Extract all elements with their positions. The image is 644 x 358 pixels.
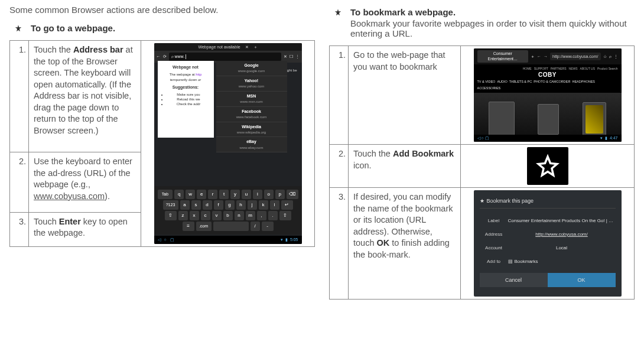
step-text: Touch the Address bar at the top of the … (29, 41, 141, 152)
bookmark-dialog-screenshot: ★Bookmark this page LabelConsumer Entert… (474, 190, 622, 297)
step-text: Use the keyboard to enter the ad-dress (… (29, 152, 141, 213)
shift-icon: ⇧ (279, 211, 291, 220)
step-number: 1. (330, 46, 349, 145)
step-text: Touch Enter key to open the webpage. (29, 212, 141, 246)
section-desc: Bookmark your favorite webpages in order… (350, 18, 635, 38)
add-bookmark-icon-screenshot (527, 147, 568, 185)
coby-logo: COBY (477, 71, 618, 79)
section-go-to-webpage: To go to a webpage. (14, 23, 315, 33)
step-text: Go to the web-page that you want to book… (349, 46, 461, 145)
tab-strip: Webpage not available ✕ ＋ (154, 43, 302, 51)
step-number: 3. (10, 212, 29, 246)
suggestions-dropdown: Googlewww.google.com Yahoo!www.yahoo.com… (216, 61, 287, 152)
coby-website-screenshot: Consumer Entertainment…＋ ←→ http://www.c… (474, 48, 622, 142)
step-text: Touch the Add Bookmark icon. (349, 145, 461, 188)
on-screen-keyboard: Tab qwertyuiop ⌫ ?123 asdfghjkl ↵ ⇧ (154, 186, 302, 235)
menu-icon: ⋮ (295, 54, 300, 59)
browser-screenshot: Webpage not available ✕ ＋ ← ⟳ ⌕www. ✕ ☐ … (154, 43, 302, 244)
clear-icon: ✕ (284, 54, 287, 59)
reload-icon: ⟳ (163, 54, 167, 59)
bookmark-icon: ▤ (508, 259, 513, 265)
star-icon: ☐ (290, 54, 293, 59)
lang-icon: ≡ (183, 222, 194, 231)
step-number: 3. (330, 188, 349, 300)
step-number: 2. (330, 145, 349, 188)
section-bookmark-webpage: To bookmark a webpage. Bookmark your fav… (334, 7, 635, 38)
step-text: If desired, you can modify the name of t… (349, 188, 461, 300)
cancel-button: Cancel (480, 273, 548, 287)
star-icon (535, 154, 560, 178)
backspace-icon: ⌫ (287, 190, 298, 199)
ok-button: OK (548, 273, 616, 287)
intro-text: Some common Browser actions are describe… (9, 5, 315, 15)
section-title-text: To bookmark a webpage. (350, 7, 456, 17)
screenshot-cell (461, 145, 635, 188)
screenshot-cell: Consumer Entertainment…＋ ←→ http://www.c… (461, 46, 635, 145)
step-number: 2. (10, 152, 29, 213)
instructions-table-left: 1. Touch the Address bar at the top of t… (9, 40, 315, 247)
star-bullet-icon (334, 8, 342, 17)
system-nav-bar: ◁○▢ ▾▮5:05 (154, 236, 302, 244)
instructions-table-right: 1. Go to the web-page that you want to b… (329, 45, 635, 300)
url-input: ⌕www. (169, 53, 281, 60)
back-icon: ← (157, 54, 161, 59)
star-bullet-icon (14, 24, 22, 32)
screenshot-cell: Webpage not available ✕ ＋ ← ⟳ ⌕www. ✕ ☐ … (141, 41, 315, 247)
search-icon: ⌕ (171, 54, 174, 59)
section-title-text: To go to a webpage. (31, 23, 115, 33)
error-panel: Webpage not The webpage at http temporar… (158, 61, 214, 138)
shift-icon: ⇧ (165, 211, 177, 220)
step-number: 1. (10, 41, 29, 152)
star-icon: ★ (480, 197, 484, 204)
enter-icon: ↵ (281, 200, 293, 210)
screenshot-cell: ★Bookmark this page LabelConsumer Entert… (461, 188, 635, 300)
